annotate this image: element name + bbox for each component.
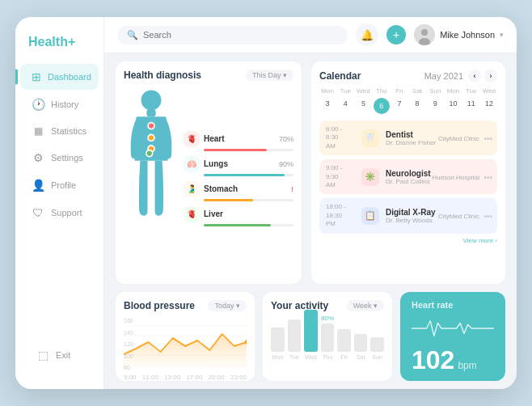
appt-time: 9:00 - 9:30AM [326,164,355,189]
diagnosis-header: Health diagnosis This Day ▾ [124,70,293,81]
activity-title: Your activity [271,300,328,311]
neurologist-icon: ✳️ [361,168,379,186]
bar-sun [370,337,384,352]
heart-rate-unit: bpm [458,360,476,371]
calendar-month: May 2021 [424,71,463,81]
activity-header: Your activity Week ▾ [271,300,384,311]
ecg-chart [412,316,494,340]
sidebar-item-label: Dashboard [48,72,91,82]
appt-clinic: CityMed Clinic [438,212,479,219]
calendar-day-labels: Mon Tue Wed Thu Fri Sat Sun Mon Tue Wed [319,87,497,95]
bar-sat [354,334,368,352]
activity-filter[interactable]: Week ▾ [347,300,384,311]
sidebar-item-support[interactable]: 🛡 Support [20,200,99,226]
organ-heart: 🫀 Heart 70% [184,131,293,151]
activity-bar-wed: Wed [304,310,318,360]
activity-bars: Mon Tue Wed Thu [271,318,384,360]
appt-more-button[interactable]: ••• [483,133,492,142]
avatar-image [414,24,435,45]
liver-icon: 🫀 [184,206,200,222]
heart-rate-title: Heart rate [412,300,494,310]
appointments-list: 8:00 - 8:30AM 🦷 Dentist Dr. Dianne Fishe… [319,121,497,234]
sidebar-item-label: History [51,99,78,109]
sidebar-item-profile[interactable]: 👤 Profile [20,172,99,198]
svg-point-6 [148,134,154,141]
cal-day-9[interactable]: 9 [427,98,443,114]
header: 🔍 🔔 + Mike Johnson ▾ [104,17,517,53]
main-content: 🔍 🔔 + Mike Johnson ▾ [104,17,517,389]
xray-icon: 📋 [361,207,379,225]
app-container: Health+ ⊞ Dashboard 🕐 History ▦ Statisti… [15,17,517,389]
lungs-icon: 🫁 [184,156,200,172]
ecg-display [412,310,494,347]
search-bar[interactable]: 🔍 [117,26,348,44]
user-name: Mike Johnson [440,30,495,40]
support-icon: 🛡 [32,206,44,219]
activity-bar-thu: Thu [321,324,335,360]
sidebar-item-settings[interactable]: ⚙ Settings [20,145,99,171]
activity-bar-sun: Sun [370,337,384,360]
stomach-icon: 🫃 [184,181,200,197]
appointment-neurologist: 9:00 - 9:30AM ✳️ Neurologist Dr. Paul Co… [319,159,497,194]
bar-thu [321,324,335,352]
top-row: Health diagnosis This Day ▾ [116,61,505,284]
appt-more-button[interactable]: ••• [483,172,492,181]
cal-day-11[interactable]: 11 [463,98,479,114]
bar-tue [288,319,302,352]
sidebar-nav: ⊞ Dashboard 🕐 History ▦ Statistics ⚙ Set… [15,64,103,334]
cal-day-10[interactable]: 10 [445,98,461,114]
next-month-button[interactable]: › [484,70,497,82]
diagnosis-filter[interactable]: This Day ▾ [246,70,293,81]
body-silhouette [124,87,179,225]
appt-time: 18:00 - 18:30PM [326,203,355,228]
bar-mon [271,328,285,352]
organ-liver: 🫀 Liver [184,206,293,226]
appt-more-button[interactable]: ••• [483,211,492,220]
bp-chart: 160 140 120 100 80 [124,318,247,370]
health-diagnosis-card: Health diagnosis This Day ▾ [116,61,302,284]
cal-day-7[interactable]: 7 [391,98,407,114]
appointment-dentist: 8:00 - 8:30AM 🦷 Dentist Dr. Dianne Fishe… [319,121,497,155]
activity-peak-label: 80% [321,315,334,322]
cal-day-12[interactable]: 12 [481,98,497,114]
sidebar-item-exit[interactable]: ⬚ Exit [25,342,94,368]
activity-bar-fri: Fri [337,329,351,360]
cal-day-4[interactable]: 4 [337,98,353,114]
sidebar-item-statistics[interactable]: ▦ Statistics [20,119,99,143]
plus-icon: + [393,28,399,41]
organ-lungs: 🫁 Lungs 90% [184,156,293,176]
history-icon: 🕐 [32,98,44,111]
search-input[interactable] [143,30,338,40]
sidebar-item-dashboard[interactable]: ⊞ Dashboard [20,64,99,90]
bp-chart-svg [124,318,247,370]
calendar-card: Calendar May 2021 ‹ › Mon Tue Wed [311,61,505,284]
chevron-down-icon: ▾ [500,31,504,39]
view-more-button[interactable]: View more › [319,237,497,244]
cal-day-8[interactable]: 8 [409,98,425,114]
diagnosis-title: Health diagnosis [124,70,201,81]
user-profile-button[interactable]: Mike Johnson ▾ [414,24,504,45]
calendar-nav: ‹ › [468,70,497,82]
bp-x-labels: 9:0011:0013:0017:0020:0023:00 [124,374,247,381]
svg-point-1 [421,29,428,36]
add-button[interactable]: + [386,25,406,44]
organ-list: 🫀 Heart 70% 🫁 Lungs 90% [184,87,293,269]
calendar-days: 3 4 5 6 7 8 9 10 11 12 [319,98,497,114]
app-logo: Health+ [15,30,103,64]
prev-month-button[interactable]: ‹ [468,70,481,82]
heart-icon: 🫀 [184,131,200,147]
cal-day-5[interactable]: 5 [355,98,371,114]
blood-pressure-card: Blood pressure Today ▾ [116,292,255,381]
dentist-icon: 🦷 [361,129,379,147]
sidebar-bottom: ⬚ Exit [15,334,103,376]
sidebar-item-history[interactable]: 🕐 History [20,91,99,117]
calendar-title: Calendar [319,70,361,82]
activity-bar-sat: Sat [354,334,368,360]
cal-day-3[interactable]: 3 [319,98,336,114]
bottom-row: Blood pressure Today ▾ [116,292,505,381]
appt-clinic: CityMed Clinic [438,134,479,142]
bp-filter[interactable]: Today ▾ [208,300,247,311]
notification-bell-button[interactable]: 🔔 [356,23,378,46]
bar-fri [337,329,351,352]
cal-day-6[interactable]: 6 [374,98,390,114]
